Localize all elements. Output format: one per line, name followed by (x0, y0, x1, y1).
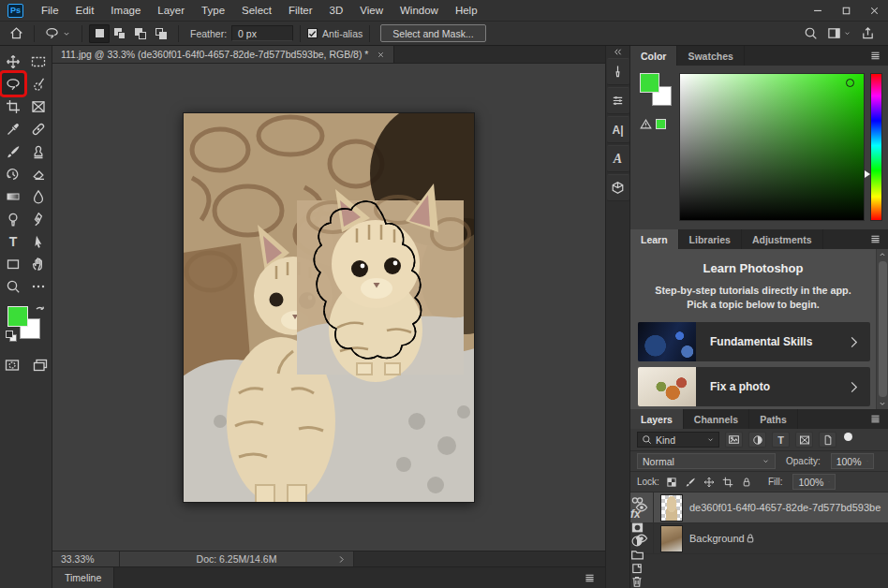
filter-kind-dropdown[interactable]: Kind (637, 432, 719, 448)
document-size-field[interactable]: Doc: 6.25M/14.6M (120, 551, 354, 566)
frame-tool[interactable] (27, 96, 50, 117)
history-brush-tool[interactable] (2, 163, 24, 184)
pen-tool[interactable] (27, 208, 50, 229)
edit-toolbar-button[interactable] (27, 275, 50, 297)
close-tab-icon[interactable] (377, 51, 385, 59)
home-icon[interactable] (6, 23, 27, 44)
tab-swatches[interactable]: Swatches (677, 46, 744, 66)
expand-panels-icon[interactable] (606, 46, 629, 58)
scroll-down-icon[interactable] (877, 398, 888, 409)
new-selection-mode-button[interactable] (89, 24, 110, 43)
tab-adjustments[interactable]: Adjustments (742, 229, 823, 249)
menu-3d[interactable]: 3D (321, 0, 352, 21)
share-icon[interactable] (861, 26, 875, 40)
filter-adjustment-layers-icon[interactable] (748, 432, 766, 448)
hue-slider[interactable] (870, 73, 882, 221)
color-panel-menu-icon[interactable] (863, 46, 888, 66)
swap-colors-icon[interactable] (34, 303, 45, 315)
learn-panel-menu-icon[interactable] (863, 229, 888, 249)
blur-tool[interactable] (27, 185, 50, 207)
zoom-level-field[interactable]: 33.33% (52, 551, 120, 566)
default-colors-icon[interactable] (6, 331, 18, 343)
gamut-warning[interactable] (640, 118, 666, 130)
current-tool-preset-lasso[interactable] (41, 23, 75, 44)
new-layer-button[interactable] (630, 562, 888, 575)
menu-edit[interactable]: Edit (67, 0, 103, 21)
lock-transparent-pixels-icon[interactable] (665, 476, 678, 489)
document-tab[interactable]: 111.jpg @ 33.3% (de360f01-64f0-4657-82de… (52, 46, 394, 63)
eyedropper-tool[interactable] (2, 118, 24, 140)
scroll-up-icon[interactable] (877, 249, 888, 260)
layers-panel-menu-icon[interactable] (863, 409, 888, 429)
search-icon[interactable] (804, 26, 818, 40)
tab-color[interactable]: Color (630, 46, 677, 66)
eraser-tool[interactable] (27, 163, 50, 184)
menu-window[interactable]: Window (392, 0, 447, 21)
tab-channels[interactable]: Channels (684, 409, 749, 429)
zoom-tool[interactable] (2, 275, 24, 297)
timeline-tab[interactable]: Timeline (52, 567, 114, 588)
gradient-tool[interactable] (2, 185, 24, 207)
filter-smart-objects-icon[interactable] (819, 432, 836, 448)
learn-card-fundamental-skills[interactable]: Fundamental Skills (638, 322, 870, 361)
screen-mode-button[interactable] (32, 357, 49, 374)
select-and-mask-button[interactable]: Select and Mask... (380, 24, 485, 42)
learn-scrollbar[interactable] (876, 249, 888, 409)
hue-slider-marker[interactable] (865, 170, 870, 178)
menu-select[interactable]: Select (233, 0, 280, 21)
quick-selection-tool[interactable] (27, 73, 50, 95)
saturation-brightness-field[interactable] (679, 73, 865, 221)
antialias-checkbox[interactable] (307, 28, 318, 38)
scrollbar-thumb[interactable] (879, 261, 887, 397)
filtering-toggle[interactable] (844, 433, 852, 441)
timeline-menu-icon[interactable] (584, 572, 596, 584)
status-popup-chevron-icon[interactable] (337, 555, 346, 564)
subtract-from-selection-mode-button[interactable] (130, 24, 151, 43)
character-panel-icon[interactable]: A| (607, 116, 629, 143)
tab-layers[interactable]: Layers (630, 409, 684, 429)
type-tool[interactable]: T (2, 230, 24, 252)
gamut-color-chip[interactable] (656, 119, 666, 129)
rectangular-marquee-tool[interactable] (27, 51, 50, 72)
minimize-button[interactable] (804, 0, 832, 21)
move-tool[interactable] (2, 51, 24, 72)
foreground-color-swatch[interactable] (7, 306, 28, 327)
lock-all-icon[interactable] (740, 476, 753, 489)
cat-photo[interactable] (183, 112, 475, 503)
menu-type[interactable]: Type (193, 0, 233, 21)
hand-tool[interactable] (27, 253, 50, 274)
color-field-marker[interactable] (846, 79, 854, 87)
layer-thumbnail[interactable] (660, 494, 683, 522)
foreground-color-well[interactable] (640, 73, 659, 93)
blend-mode-dropdown[interactable]: Normal (637, 453, 776, 469)
opacity-dropdown[interactable]: 100% (831, 453, 874, 469)
spot-healing-brush-tool[interactable] (27, 118, 50, 140)
adjustments-panel-icon[interactable] (607, 87, 629, 114)
lasso-tool[interactable] (2, 73, 24, 95)
menu-filter[interactable]: Filter (280, 0, 321, 21)
3d-panel-icon[interactable] (607, 174, 629, 201)
lock-position-icon[interactable] (703, 476, 716, 489)
dodge-tool[interactable] (2, 208, 24, 229)
menu-help[interactable]: Help (447, 0, 486, 21)
maximize-button[interactable] (832, 0, 860, 21)
intersect-selection-mode-button[interactable] (151, 24, 171, 43)
tab-paths[interactable]: Paths (749, 409, 798, 429)
feather-input[interactable]: 0 px (231, 25, 293, 41)
add-to-selection-mode-button[interactable] (110, 24, 130, 43)
lock-image-pixels-icon[interactable] (684, 476, 697, 489)
lock-artboard-icon[interactable] (721, 476, 734, 489)
brush-tool[interactable] (2, 140, 24, 162)
close-button[interactable] (860, 0, 888, 21)
canvas[interactable] (52, 64, 605, 551)
glyphs-panel-icon[interactable]: A (607, 145, 629, 172)
filter-type-layers-icon[interactable]: T (772, 432, 790, 448)
quick-mask-mode-button[interactable] (4, 357, 21, 374)
fill-dropdown[interactable]: 100% (792, 474, 836, 490)
tab-learn[interactable]: Learn (630, 229, 679, 249)
antialias-option[interactable]: Anti-alias (307, 28, 363, 39)
rectangle-tool[interactable] (2, 253, 24, 274)
learn-card-fix-a-photo[interactable]: Fix a photo (638, 367, 870, 406)
tab-libraries[interactable]: Libraries (679, 229, 742, 249)
filter-shape-layers-icon[interactable] (795, 432, 813, 448)
